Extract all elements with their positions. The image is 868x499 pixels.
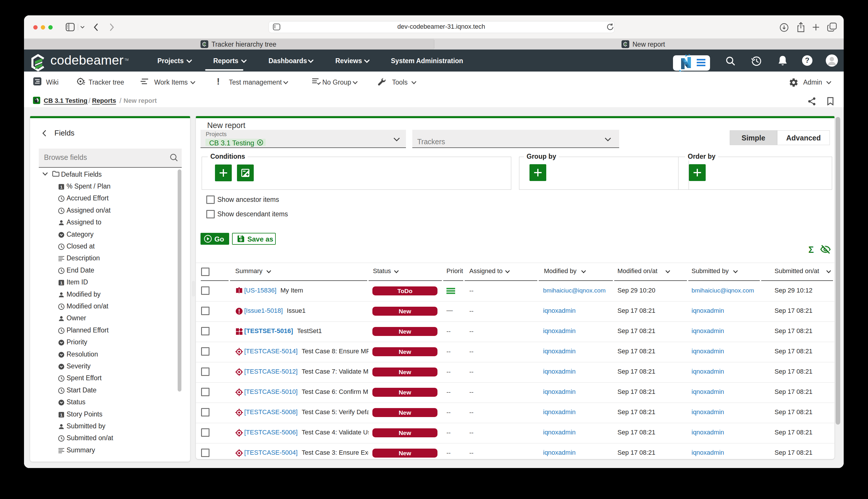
svg-text:1: 1 — [60, 281, 63, 285]
svg-text:1: 1 — [60, 185, 63, 190]
svg-text:1: 1 — [60, 413, 63, 417]
svg-text:?: ? — [805, 56, 809, 64]
